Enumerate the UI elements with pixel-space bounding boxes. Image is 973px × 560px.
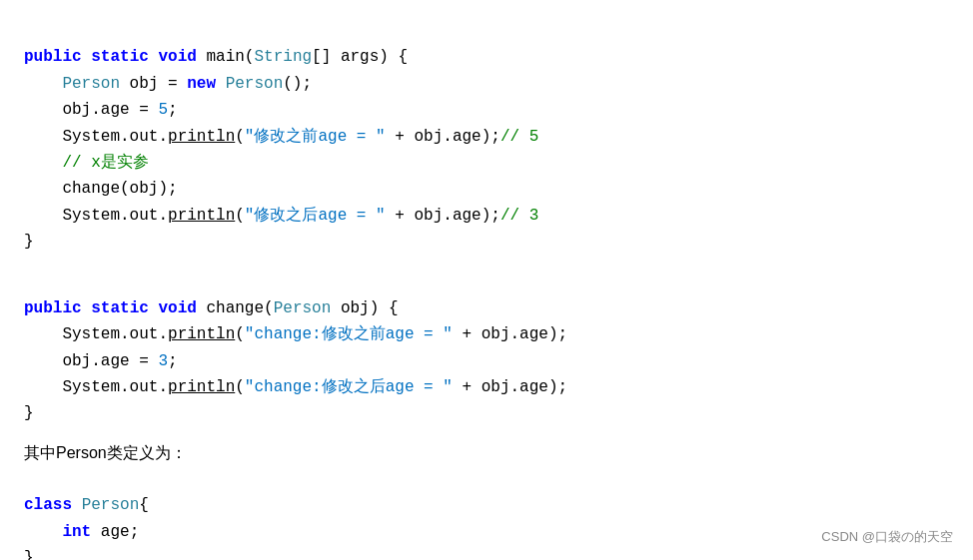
line5: // x是实参 xyxy=(24,154,149,172)
line11: obj.age = 3; xyxy=(24,352,178,370)
line15: int age; xyxy=(24,523,139,541)
gap1 xyxy=(24,256,949,270)
code-block: public static void main(String[] args) {… xyxy=(24,18,949,256)
line13: } xyxy=(24,404,34,422)
line1: public static void main(String[] args) { xyxy=(24,48,408,66)
code-container: public static void main(String[] args) {… xyxy=(0,0,973,560)
watermark: CSDN @口袋の的天空 xyxy=(821,528,953,546)
line14: class Person{ xyxy=(24,496,149,514)
line8: } xyxy=(24,233,34,251)
line4: System.out.println("修改之前age = " + obj.ag… xyxy=(24,128,538,146)
line12: System.out.println("change:修改之后age = " +… xyxy=(24,378,567,396)
line6: change(obj); xyxy=(24,180,178,198)
code-block2: public static void change(Person obj) { … xyxy=(24,270,949,427)
line3: obj.age = 5; xyxy=(24,101,178,119)
plain-text-label: 其中Person类定义为： xyxy=(24,443,949,464)
line7: System.out.println("修改之后age = " + obj.ag… xyxy=(24,207,538,225)
line16: } xyxy=(24,549,34,560)
code-block3: class Person{ int age; } xyxy=(24,466,949,560)
line9: public static void change(Person obj) { xyxy=(24,299,399,317)
line10: System.out.println("change:修改之前age = " +… xyxy=(24,325,567,343)
line2: Person obj = new Person(); xyxy=(24,75,312,93)
